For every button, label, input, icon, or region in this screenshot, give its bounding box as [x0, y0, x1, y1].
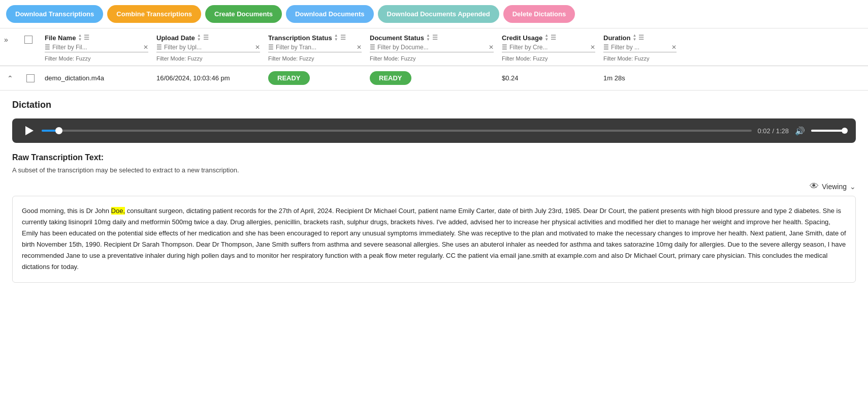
play-button[interactable] [21, 124, 36, 138]
create-documents-button[interactable]: Create Documents [205, 5, 282, 23]
upload-date-filter-icon: ☰ [156, 44, 162, 51]
transcription-status-filter-clear[interactable]: ✕ [357, 44, 362, 51]
upload-date-filter-input[interactable] [164, 44, 253, 51]
row-transcription-status: READY [264, 69, 366, 87]
row-upload-date: 16/06/2024, 10:03:46 pm [152, 72, 264, 84]
volume-fill [811, 130, 843, 132]
transcription-status-badge: READY [268, 71, 310, 85]
row-credit-usage: $0.24 [498, 72, 599, 84]
document-status-col-header: Document Status ▲▼ ☰ ☰ ✕ Filter Mode: Fu… [366, 32, 498, 64]
row-duration: 1m 28s [599, 72, 681, 84]
upload-date-col-header: Upload Date ▲▼ ☰ ☰ ✕ Filter Mode: Fuzzy [152, 32, 264, 64]
table-header: » File Name ▲▼ ☰ ☰ ✕ Filter Mode: Fuzzy … [0, 28, 868, 66]
file-name-col-title: File Name [45, 34, 76, 42]
document-status-col-title: Document Status [370, 34, 424, 42]
transcription-text-after: consultant surgeon, dictating patient re… [22, 207, 846, 271]
expand-panel: Dictation 0:02 / 1:28 🔊 Raw Transcriptio… [0, 91, 868, 292]
raw-transcription-subtitle: A subset of the transcription may be sel… [12, 166, 856, 174]
transcription-status-menu-icon[interactable]: ☰ [340, 34, 346, 41]
select-all-checkbox[interactable] [24, 36, 33, 44]
audio-player: 0:02 / 1:28 🔊 [12, 118, 856, 143]
download-documents-button[interactable]: Download Documents [286, 5, 374, 23]
row-collapse-icon[interactable]: ⌃ [7, 74, 13, 82]
audio-time-display: 0:02 / 1:28 [758, 127, 789, 135]
duration-col-header: Duration ▲▼ ☰ ☰ ✕ Filter Mode: Fuzzy [599, 32, 681, 64]
transcription-status-filter-mode: Filter Mode: Fuzzy [268, 55, 362, 62]
row-checkbox[interactable] [26, 74, 35, 82]
document-status-filter-input[interactable] [377, 44, 487, 51]
upload-date-menu-icon[interactable]: ☰ [203, 34, 209, 41]
file-name-filter-icon: ☰ [45, 44, 50, 51]
file-name-filter-clear[interactable]: ✕ [143, 44, 148, 51]
credit-usage-sort-icon[interactable]: ▲▼ [544, 34, 549, 42]
transcription-status-filter-icon: ☰ [268, 44, 274, 51]
audio-progress-bar[interactable] [42, 130, 752, 132]
transcription-text-before: Good morning, this is Dr John [22, 207, 111, 215]
viewing-row: 👁 Viewing ⌄ [12, 181, 856, 192]
document-status-menu-icon[interactable]: ☰ [432, 34, 438, 41]
file-name-filter-input[interactable] [52, 44, 141, 51]
dictation-title: Dictation [12, 100, 856, 110]
audio-total-time: 1:28 [776, 127, 789, 135]
document-status-sort-icon[interactable]: ▲▼ [426, 34, 430, 42]
credit-usage-filter-icon: ☰ [502, 44, 507, 51]
file-name-menu-icon[interactable]: ☰ [84, 34, 89, 41]
upload-date-filter-mode: Filter Mode: Fuzzy [156, 55, 260, 62]
credit-usage-menu-icon[interactable]: ☰ [551, 34, 556, 41]
transcription-box[interactable]: Good morning, this is Dr John Doe, consu… [12, 196, 856, 283]
transcription-status-col-title: Transcription Status [268, 34, 332, 42]
transcription-highlight: Doe, [111, 207, 125, 215]
duration-col-title: Duration [603, 34, 630, 42]
duration-filter-mode: Filter Mode: Fuzzy [603, 55, 677, 62]
duration-menu-icon[interactable]: ☰ [638, 34, 644, 41]
delete-dictations-button[interactable]: Delete Dictations [503, 5, 575, 23]
transcription-status-sort-icon[interactable]: ▲▼ [334, 34, 338, 42]
duration-filter-input[interactable] [611, 44, 669, 51]
play-icon [25, 126, 34, 135]
upload-date-sort-icon[interactable]: ▲▼ [197, 34, 201, 42]
expand-all-icon[interactable]: » [4, 36, 16, 44]
credit-usage-filter-mode: Filter Mode: Fuzzy [502, 55, 595, 62]
transcription-status-col-header: Transcription Status ▲▼ ☰ ☰ ✕ Filter Mod… [264, 32, 366, 64]
document-status-badge: READY [370, 71, 411, 85]
document-status-filter-clear[interactable]: ✕ [489, 44, 494, 51]
file-name-sort-icon[interactable]: ▲▼ [78, 34, 82, 42]
raw-transcription-title: Raw Transcription Text: [12, 153, 856, 162]
duration-filter-clear[interactable]: ✕ [671, 44, 677, 51]
row-document-status: READY [366, 69, 498, 87]
credit-usage-col-title: Credit Usage [502, 34, 542, 42]
credit-usage-col-header: Credit Usage ▲▼ ☰ ☰ ✕ Filter Mode: Fuzzy [498, 32, 599, 64]
row-file-name: demo_dictation.m4a [41, 72, 152, 84]
download-transcriptions-button[interactable]: Download Transcriptions [6, 5, 103, 23]
volume-icon: 🔊 [795, 126, 805, 136]
credit-usage-filter-clear[interactable]: ✕ [590, 44, 595, 51]
audio-progress-thumb[interactable] [55, 127, 62, 134]
viewing-label: Viewing [822, 183, 847, 191]
upload-date-col-title: Upload Date [156, 34, 195, 42]
audio-current-time: 0:02 [758, 127, 770, 135]
combine-transcriptions-button[interactable]: Combine Transcriptions [107, 5, 201, 23]
duration-filter-icon: ☰ [603, 44, 609, 51]
document-status-filter-icon: ☰ [370, 44, 375, 51]
credit-usage-filter-input[interactable] [509, 44, 588, 51]
eye-icon: 👁 [810, 181, 819, 192]
volume-thumb[interactable] [842, 128, 848, 134]
volume-bar[interactable] [811, 130, 847, 132]
upload-date-filter-clear[interactable]: ✕ [255, 44, 260, 51]
duration-sort-icon[interactable]: ▲▼ [632, 34, 636, 42]
viewing-chevron-icon[interactable]: ⌄ [850, 183, 856, 191]
toolbar: Download TranscriptionsCombine Transcrip… [0, 0, 868, 28]
download-documents-appended-button[interactable]: Download Documents Appended [378, 5, 499, 23]
file-name-col-header: File Name ▲▼ ☰ ☰ ✕ Filter Mode: Fuzzy [41, 32, 152, 64]
file-name-filter-mode: Filter Mode: Fuzzy [45, 55, 148, 62]
table-row: ⌃ demo_dictation.m4a 16/06/2024, 10:03:4… [0, 66, 868, 91]
document-status-filter-mode: Filter Mode: Fuzzy [370, 55, 494, 62]
transcription-status-filter-input[interactable] [276, 44, 355, 51]
audio-time-separator: / [772, 127, 776, 135]
